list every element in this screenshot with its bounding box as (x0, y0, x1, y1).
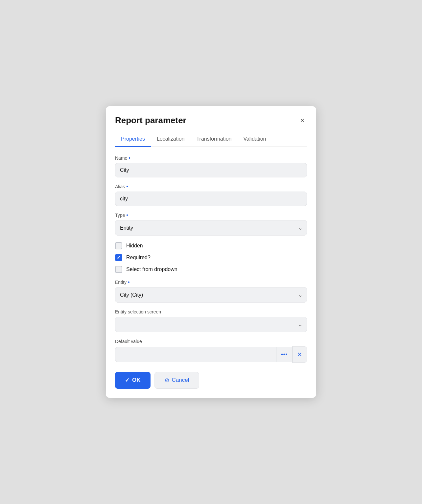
type-select[interactable]: Entity String Integer Boolean Date (115, 220, 307, 236)
alias-field-group: Alias • (115, 184, 307, 206)
ok-check-icon: ✓ (125, 377, 129, 384)
dialog-header: Report parameter × (115, 115, 307, 126)
hidden-checkbox-row[interactable]: Hidden (115, 242, 307, 249)
ok-button[interactable]: ✓ OK (115, 372, 151, 389)
ok-label: OK (132, 377, 141, 383)
dropdown-checkbox-row[interactable]: Select from dropdown (115, 266, 307, 273)
default-value-more-button[interactable]: ••• (276, 347, 292, 362)
tab-validation[interactable]: Validation (237, 133, 272, 147)
footer-buttons: ✓ OK ⊘ Cancel (115, 372, 307, 389)
hidden-label: Hidden (126, 243, 143, 249)
entity-selection-screen-select[interactable] (115, 317, 307, 332)
type-label: Type • (115, 213, 307, 218)
entity-field-group: Entity • City (City) ⌄ (115, 280, 307, 303)
hidden-checkbox[interactable] (115, 242, 122, 249)
cancel-label: Cancel (172, 377, 189, 383)
name-label: Name • (115, 155, 307, 161)
tabs-bar: Properties Localization Transformation V… (115, 133, 307, 147)
dropdown-checkbox[interactable] (115, 266, 122, 273)
close-button[interactable]: × (297, 116, 307, 126)
default-value-label: Default value (115, 339, 307, 344)
default-value-wrapper: ••• ✕ (115, 346, 307, 363)
cancel-button[interactable]: ⊘ Cancel (154, 372, 199, 389)
name-field-group: Name • (115, 155, 307, 177)
alias-input[interactable] (115, 192, 307, 206)
entity-label: Entity • (115, 280, 307, 285)
required-checkbox[interactable] (115, 254, 122, 261)
tab-localization[interactable]: Localization (151, 133, 191, 147)
checkboxes-group: Hidden Required? Select from dropdown (115, 242, 307, 273)
tab-transformation[interactable]: Transformation (190, 133, 237, 147)
report-parameter-dialog: Report parameter × Properties Localizati… (106, 106, 316, 398)
entity-selection-screen-label: Entity selection screen (115, 309, 307, 314)
type-select-wrapper: Entity String Integer Boolean Date ⌄ (115, 220, 307, 236)
default-value-input[interactable] (115, 347, 276, 362)
entity-select[interactable]: City (City) (115, 287, 307, 303)
entity-selection-screen-select-wrapper: ⌄ (115, 317, 307, 332)
default-value-field-group: Default value ••• ✕ (115, 339, 307, 363)
required-label: Required? (126, 255, 151, 261)
dropdown-label: Select from dropdown (126, 266, 177, 272)
default-value-clear-button[interactable]: ✕ (292, 346, 307, 363)
tab-properties[interactable]: Properties (115, 133, 151, 147)
dialog-title: Report parameter (115, 115, 186, 126)
cancel-icon: ⊘ (165, 377, 169, 384)
entity-selection-screen-field-group: Entity selection screen ⌄ (115, 309, 307, 332)
type-field-group: Type • Entity String Integer Boolean Dat… (115, 213, 307, 236)
required-checkbox-row[interactable]: Required? (115, 254, 307, 261)
name-input[interactable] (115, 163, 307, 177)
alias-label: Alias • (115, 184, 307, 189)
entity-select-wrapper: City (City) ⌄ (115, 287, 307, 303)
